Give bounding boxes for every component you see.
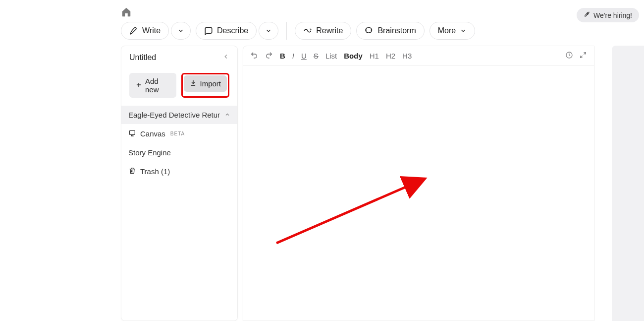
editor-body[interactable] — [243, 66, 594, 318]
describe-label: Describe — [217, 26, 248, 35]
sidebar-item-chapter[interactable]: Eagle-Eyed Detective Returns — [121, 106, 237, 124]
expand-icon[interactable] — [579, 51, 587, 61]
brainstorm-button[interactable]: Brainstorm — [356, 22, 424, 40]
beta-badge: BETA — [170, 131, 185, 136]
sidebar-title-row: Untitled — [121, 46, 237, 67]
body-style-button[interactable]: Body — [344, 52, 363, 60]
story-engine-label: Story Engine — [128, 148, 171, 157]
write-group: Write — [121, 22, 191, 40]
canvas-icon — [128, 129, 136, 138]
annotation-highlight: Import — [181, 73, 229, 98]
toolbar-separator — [286, 22, 287, 40]
import-label: Import — [200, 79, 221, 88]
hiring-pill[interactable]: We're hiring! — [577, 8, 639, 22]
brainstorm-label: Brainstorm — [377, 26, 416, 35]
format-bar: B I U S List Body H1 H2 H3 — [243, 46, 594, 66]
bold-button[interactable]: B — [280, 52, 285, 60]
sidebar: Untitled Add new Import — [121, 46, 238, 321]
describe-group: Describe — [196, 22, 278, 40]
describe-icon — [204, 26, 213, 35]
chevron-down-icon — [265, 27, 272, 34]
write-button[interactable]: Write — [121, 22, 169, 40]
add-new-button[interactable]: Add new — [129, 73, 176, 98]
sidebar-item-trash[interactable]: Trash (1) — [121, 162, 237, 181]
import-button[interactable]: Import — [184, 75, 227, 92]
rewrite-button[interactable]: Rewrite — [295, 22, 351, 40]
h3-button[interactable]: H3 — [402, 52, 412, 60]
list-button[interactable]: List — [325, 52, 337, 60]
pen-icon — [129, 26, 138, 35]
rewrite-icon — [303, 26, 312, 35]
brainstorm-icon — [365, 26, 374, 35]
workspace: Untitled Add new Import — [121, 46, 644, 321]
more-label: More — [438, 26, 456, 35]
h1-button[interactable]: H1 — [370, 52, 379, 60]
undo-button[interactable] — [250, 51, 258, 61]
italic-button[interactable]: I — [292, 52, 294, 60]
svg-point-0 — [587, 13, 588, 14]
hiring-label: We're hiring! — [593, 11, 632, 19]
rocket-icon — [584, 11, 590, 19]
sidebar-item-story-engine[interactable]: Story Engine — [121, 143, 237, 162]
sidebar-actions: Add new Import — [121, 67, 237, 106]
chevron-up-icon[interactable] — [224, 111, 230, 119]
main-toolbar: Write Describe Rewrite — [121, 22, 475, 40]
write-label: Write — [142, 26, 161, 35]
download-icon — [190, 79, 197, 88]
describe-dropdown[interactable] — [259, 22, 278, 40]
right-rail — [612, 46, 644, 321]
redo-button[interactable] — [265, 51, 273, 61]
trash-icon — [128, 167, 136, 176]
top-bar: We're hiring! — [0, 4, 644, 24]
canvas-label: Canvas — [140, 129, 165, 138]
editor: B I U S List Body H1 H2 H3 — [243, 46, 594, 321]
chapter-label: Eagle-Eyed Detective Returns — [128, 111, 220, 119]
document-title: Untitled — [129, 53, 156, 62]
add-new-label: Add new — [145, 77, 170, 94]
collapse-sidebar-icon[interactable] — [222, 53, 229, 62]
write-dropdown[interactable] — [171, 22, 191, 40]
more-button[interactable]: More — [429, 22, 475, 40]
h2-button[interactable]: H2 — [386, 52, 395, 60]
history-icon[interactable] — [565, 51, 573, 61]
svg-rect-1 — [130, 130, 135, 134]
describe-button[interactable]: Describe — [196, 22, 257, 40]
chevron-down-icon — [460, 27, 467, 34]
plus-icon — [135, 81, 142, 90]
home-icon[interactable] — [121, 6, 132, 19]
trash-label: Trash (1) — [140, 167, 170, 176]
strike-button[interactable]: S — [314, 52, 319, 60]
sidebar-item-canvas[interactable]: Canvas BETA — [121, 124, 237, 143]
underline-button[interactable]: U — [301, 52, 307, 60]
chevron-down-icon — [177, 27, 184, 34]
rewrite-label: Rewrite — [316, 26, 343, 35]
